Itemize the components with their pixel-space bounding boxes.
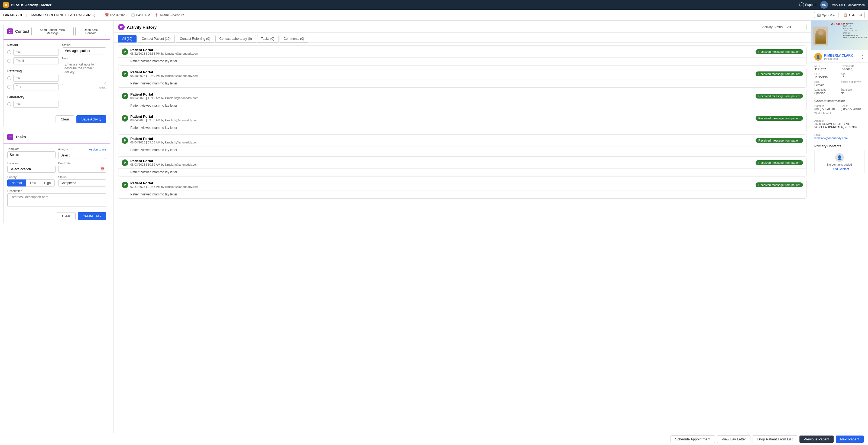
activity-source-info: Patient Portal 08/18/2023 | 01:59 PM by …	[130, 70, 198, 77]
visit-icon	[817, 13, 821, 17]
tab-contact-laboratory[interactable]: Contact Laboratory (0)	[215, 35, 256, 42]
translator-item: Translator No	[841, 88, 865, 95]
svg-rect-4	[9, 136, 12, 136]
referring-call-radio[interactable]	[7, 76, 11, 80]
tasks-title: Tasks	[16, 135, 26, 139]
bottom-bar: Schedule Appointment View Lay Letter Dro…	[0, 433, 868, 445]
open-sms-button[interactable]: Open SMS Console	[75, 27, 106, 36]
description-group: Description	[7, 189, 106, 209]
activity-item-body: Patient viewed mammo lay letter	[118, 168, 806, 176]
save-activity-button[interactable]: Save Activity	[76, 115, 106, 123]
activity-badge: Received message from patient	[755, 116, 803, 121]
next-patient-button[interactable]: Next Patient	[836, 436, 864, 443]
add-contact-link[interactable]: + Add Contact	[818, 167, 861, 171]
patient-mrn-section: MRN IDS1207 External ID IDS5085, ... DOB…	[811, 63, 868, 97]
referring-fax-input[interactable]	[13, 83, 59, 91]
referring-call-input[interactable]	[13, 75, 59, 82]
assign-to-me-link[interactable]: Assign to me	[89, 148, 106, 151]
email-value: kimclark@anonaddy.com	[814, 136, 865, 140]
app-logo-icon: B	[3, 2, 9, 8]
due-date-label: Due Date	[58, 162, 106, 165]
no-contacts-text: No contacts added	[818, 163, 861, 166]
patient-avatar: 👤	[814, 53, 822, 61]
activity-title: ⟳ Activity History	[118, 24, 157, 30]
cell-phone-value: (305) 555-0010	[841, 107, 865, 111]
activity-title-text: Activity History	[127, 25, 157, 30]
audit-trail-button[interactable]: Audit Trail	[841, 12, 865, 18]
patient-call-input[interactable]	[13, 49, 59, 56]
patient-name[interactable]: KIMBERLY CLARK	[824, 54, 853, 57]
tasks-clear-button[interactable]: Clear	[57, 212, 75, 220]
lab-call-input[interactable]	[13, 101, 59, 108]
contact-info-grid: Home # (305) 555-0010 Cell # (305) 555-0…	[814, 104, 865, 111]
patient-email-input[interactable]	[13, 57, 59, 64]
clock-icon	[131, 13, 135, 17]
activity-item: P Patient Portal 08/03/2023 | 10:59 AM b…	[118, 157, 806, 176]
sub-header-actions: Open Visit Audit Trail	[814, 12, 865, 18]
user-avatar[interactable]: MS	[820, 1, 828, 9]
activity-item-source: P Patient Portal 07/31/2023 | 01:33 PM b…	[122, 181, 198, 189]
app-title: BIRADS Activity Tracker	[11, 3, 52, 7]
patient-call-radio[interactable]	[7, 50, 11, 54]
template-label: Template	[7, 147, 56, 150]
translator-value: No	[841, 91, 865, 95]
age-value: 57	[841, 75, 865, 79]
contact-clear-button[interactable]: Clear	[56, 115, 74, 123]
schedule-appointment-button[interactable]: Schedule Appointment	[671, 435, 715, 443]
priority-high-button[interactable]: High	[40, 179, 55, 186]
activity-timestamp: 08/04/2023 | 09:38 AM by kimclark@anonad…	[130, 118, 198, 122]
location-group: Location Select location	[7, 162, 56, 173]
tab-contact-patient[interactable]: Contact Patient (10)	[137, 35, 175, 42]
send-portal-button[interactable]: Send Patient Portal Message	[31, 27, 74, 36]
support-button[interactable]: ? Support	[799, 2, 816, 7]
cell-phone-label: Cell #	[841, 104, 865, 107]
more-options-button[interactable]: ⋮	[860, 55, 865, 60]
address-section: Address 1480 COMMERCIAL BLVD FORT LAUDER…	[811, 117, 868, 131]
location-select[interactable]: Select location	[7, 166, 56, 173]
note-label: Note	[62, 57, 106, 60]
previous-patient-button[interactable]: Previous Patient	[800, 436, 834, 443]
age-label: Age	[841, 73, 865, 75]
top-nav: B BIRADS Activity Tracker ? Support MS M…	[0, 0, 868, 10]
activity-source-info: Patient Portal 08/04/2023 | 11:49 AM by …	[130, 92, 198, 100]
template-group: Template Select	[7, 147, 56, 159]
language-label: Language	[814, 88, 838, 91]
priority-normal-button[interactable]: Normal	[7, 179, 26, 186]
priority-low-button[interactable]: Low	[26, 179, 40, 186]
create-task-button[interactable]: Create Task	[78, 212, 106, 220]
tab-all[interactable]: All (10)	[118, 35, 136, 42]
activity-status-select[interactable]: All	[785, 24, 806, 30]
ext-id-value: IDS5085, ...	[841, 68, 865, 71]
activity-item: P Patient Portal 08/04/2023 | 09:38 AM b…	[118, 112, 806, 132]
activity-timestamp: 08/04/2023 | 11:49 AM by kimclark@anonad…	[130, 96, 198, 100]
tab-tasks[interactable]: Tasks (0)	[257, 35, 279, 42]
activity-item-header: P Patient Portal 08/22/2023 | 06:55 PM b…	[118, 46, 806, 57]
template-select[interactable]: Select	[7, 151, 56, 158]
open-visit-label: Open Visit	[822, 13, 836, 17]
location-label: Location	[7, 162, 56, 165]
contact-header: Contact Send Patient Portal Message Open…	[3, 24, 110, 39]
view-lay-letter-button[interactable]: View Lay Letter	[717, 435, 750, 443]
activity-item: P Patient Portal 08/18/2023 | 01:59 PM b…	[118, 68, 806, 88]
contact-left-col: Patient Referring	[7, 43, 59, 113]
tab-contact-referring[interactable]: Contact Referring (0)	[176, 35, 214, 42]
assigned-to-select[interactable]: Select	[58, 152, 106, 159]
drop-patient-button[interactable]: Drop Patient From List	[752, 435, 797, 443]
lab-call-radio[interactable]	[7, 102, 11, 106]
activity-feed: P Patient Portal 08/22/2023 | 06:55 PM b…	[114, 43, 811, 433]
address-value: 1480 COMMERCIAL BLVD	[814, 122, 865, 126]
open-visit-button[interactable]: Open Visit	[814, 12, 839, 18]
status-select[interactable]: Messaged patient	[62, 47, 106, 55]
referring-fax-radio[interactable]	[7, 85, 11, 89]
note-textarea[interactable]	[62, 61, 106, 85]
due-date-input[interactable]	[58, 166, 106, 173]
work-phone-item: Work Phone #	[814, 112, 865, 115]
referring-call-row	[7, 75, 59, 82]
patient-email-radio[interactable]	[7, 59, 11, 63]
help-icon: ?	[799, 2, 804, 7]
priority-buttons: Normal Low High	[7, 179, 56, 186]
description-textarea[interactable]	[7, 193, 106, 207]
tab-comments[interactable]: Comments (0)	[280, 35, 308, 42]
patient-email-row	[7, 57, 59, 64]
task-status-select[interactable]: Completed	[58, 179, 106, 186]
